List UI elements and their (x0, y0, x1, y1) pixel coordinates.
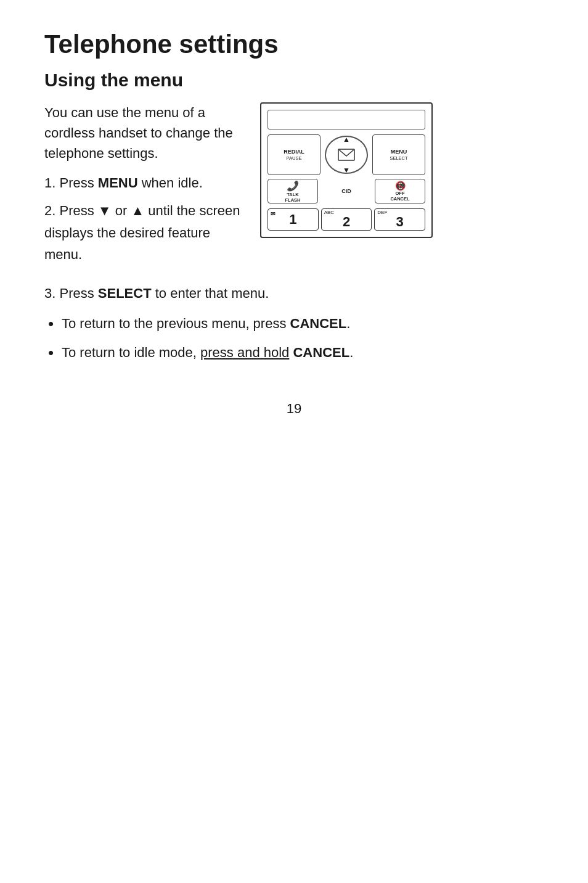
handset-icon: 📞 (287, 180, 299, 192)
nav-cluster: ▲ ▼ (324, 134, 369, 175)
page-title: Telephone settings (44, 30, 544, 59)
nav-down-arrow: ▼ (343, 166, 350, 174)
press-and-hold-text: press and hold (200, 345, 289, 360)
section-subtitle: Using the menu (44, 69, 544, 91)
step-3: 3. Press SELECT to enter that menu. (44, 282, 544, 304)
nav-up-arrow: ▲ (343, 136, 350, 143)
digit-row: ✉ 1 ABC 2 DEF 3 (267, 208, 425, 231)
handset-off-icon: 📵 (395, 181, 406, 191)
step-1: 1. Press MENU when idle. (44, 172, 242, 194)
phone-diagram: REDIAL PAUSE ▲ ▼ MENU SELECT (260, 102, 433, 238)
off-cancel-button: 📵 OFF CANCEL (375, 179, 425, 203)
envelope-icon (338, 149, 355, 161)
digit-3-button: DEF 3 (374, 208, 425, 231)
digit-2-button: ABC 2 (321, 208, 372, 231)
digit-1-button: ✉ 1 (267, 208, 319, 231)
intro-paragraph: You can use the menu of a cordless hands… (44, 102, 242, 163)
bullet-2: To return to idle mode, press and hold C… (44, 342, 544, 363)
voicemail-icon: ✉ (271, 211, 276, 217)
phone-screen (267, 110, 425, 129)
menu-select-button: MENU SELECT (372, 134, 425, 175)
step-2: 2. Press ▼ or ▲ until the screen display… (44, 200, 242, 265)
bullet-1: To return to the previous menu, press CA… (44, 313, 544, 334)
page-number: 19 (44, 401, 544, 417)
redial-pause-button: REDIAL PAUSE (267, 134, 321, 175)
bullet-list: To return to the previous menu, press CA… (44, 313, 544, 363)
talk-flash-button: 📞 TALK FLASH (267, 179, 318, 203)
cid-label: CID (341, 188, 351, 194)
